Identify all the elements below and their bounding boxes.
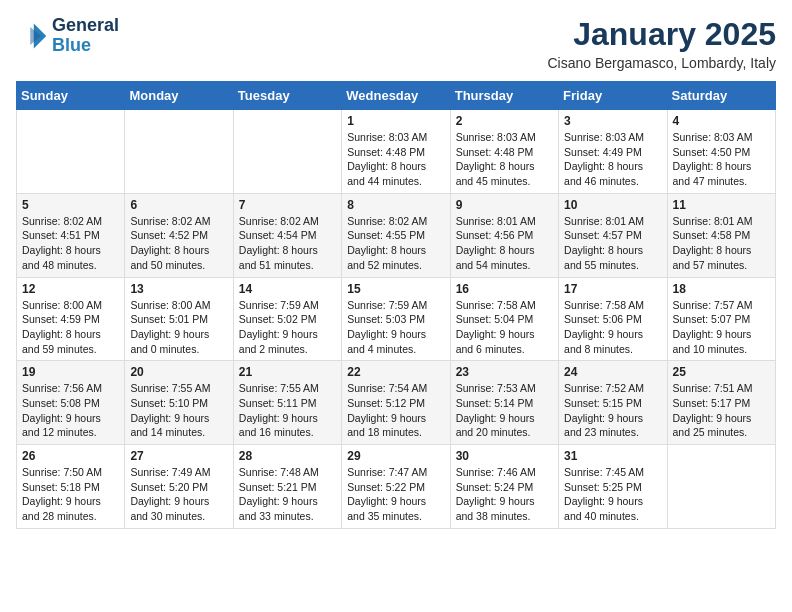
- day-cell: 14Sunrise: 7:59 AM Sunset: 5:02 PM Dayli…: [233, 277, 341, 361]
- day-cell: 9Sunrise: 8:01 AM Sunset: 4:56 PM Daylig…: [450, 193, 558, 277]
- day-number: 23: [456, 365, 553, 379]
- day-number: 29: [347, 449, 444, 463]
- weekday-header-row: SundayMondayTuesdayWednesdayThursdayFrid…: [17, 82, 776, 110]
- day-number: 4: [673, 114, 770, 128]
- day-info: Sunrise: 7:49 AM Sunset: 5:20 PM Dayligh…: [130, 465, 227, 524]
- day-info: Sunrise: 7:52 AM Sunset: 5:15 PM Dayligh…: [564, 381, 661, 440]
- day-cell: 31Sunrise: 7:45 AM Sunset: 5:25 PM Dayli…: [559, 445, 667, 529]
- weekday-header-monday: Monday: [125, 82, 233, 110]
- calendar-table: SundayMondayTuesdayWednesdayThursdayFrid…: [16, 81, 776, 529]
- day-cell: 10Sunrise: 8:01 AM Sunset: 4:57 PM Dayli…: [559, 193, 667, 277]
- day-info: Sunrise: 7:56 AM Sunset: 5:08 PM Dayligh…: [22, 381, 119, 440]
- day-cell: 28Sunrise: 7:48 AM Sunset: 5:21 PM Dayli…: [233, 445, 341, 529]
- day-number: 18: [673, 282, 770, 296]
- day-cell: 1Sunrise: 8:03 AM Sunset: 4:48 PM Daylig…: [342, 110, 450, 194]
- header: General Blue January 2025 Cisano Bergama…: [16, 16, 776, 71]
- week-row-4: 19Sunrise: 7:56 AM Sunset: 5:08 PM Dayli…: [17, 361, 776, 445]
- weekday-header-saturday: Saturday: [667, 82, 775, 110]
- logo-text: General Blue: [52, 16, 119, 56]
- day-number: 25: [673, 365, 770, 379]
- weekday-header-wednesday: Wednesday: [342, 82, 450, 110]
- day-cell: 16Sunrise: 7:58 AM Sunset: 5:04 PM Dayli…: [450, 277, 558, 361]
- day-info: Sunrise: 7:59 AM Sunset: 5:03 PM Dayligh…: [347, 298, 444, 357]
- weekday-header-friday: Friday: [559, 82, 667, 110]
- weekday-header-tuesday: Tuesday: [233, 82, 341, 110]
- day-number: 26: [22, 449, 119, 463]
- calendar-subtitle: Cisano Bergamasco, Lombardy, Italy: [547, 55, 776, 71]
- day-number: 11: [673, 198, 770, 212]
- day-info: Sunrise: 7:58 AM Sunset: 5:04 PM Dayligh…: [456, 298, 553, 357]
- day-number: 1: [347, 114, 444, 128]
- day-cell: 26Sunrise: 7:50 AM Sunset: 5:18 PM Dayli…: [17, 445, 125, 529]
- day-info: Sunrise: 7:55 AM Sunset: 5:11 PM Dayligh…: [239, 381, 336, 440]
- day-number: 16: [456, 282, 553, 296]
- day-cell: 29Sunrise: 7:47 AM Sunset: 5:22 PM Dayli…: [342, 445, 450, 529]
- day-number: 6: [130, 198, 227, 212]
- day-info: Sunrise: 7:45 AM Sunset: 5:25 PM Dayligh…: [564, 465, 661, 524]
- day-number: 5: [22, 198, 119, 212]
- day-number: 7: [239, 198, 336, 212]
- day-cell: 3Sunrise: 8:03 AM Sunset: 4:49 PM Daylig…: [559, 110, 667, 194]
- day-info: Sunrise: 8:01 AM Sunset: 4:58 PM Dayligh…: [673, 214, 770, 273]
- day-number: 2: [456, 114, 553, 128]
- day-number: 21: [239, 365, 336, 379]
- day-cell: 23Sunrise: 7:53 AM Sunset: 5:14 PM Dayli…: [450, 361, 558, 445]
- week-row-1: 1Sunrise: 8:03 AM Sunset: 4:48 PM Daylig…: [17, 110, 776, 194]
- week-row-2: 5Sunrise: 8:02 AM Sunset: 4:51 PM Daylig…: [17, 193, 776, 277]
- day-info: Sunrise: 8:03 AM Sunset: 4:48 PM Dayligh…: [347, 130, 444, 189]
- calendar-body: 1Sunrise: 8:03 AM Sunset: 4:48 PM Daylig…: [17, 110, 776, 529]
- day-cell: 25Sunrise: 7:51 AM Sunset: 5:17 PM Dayli…: [667, 361, 775, 445]
- day-number: 22: [347, 365, 444, 379]
- day-number: 3: [564, 114, 661, 128]
- day-cell: 5Sunrise: 8:02 AM Sunset: 4:51 PM Daylig…: [17, 193, 125, 277]
- day-info: Sunrise: 7:58 AM Sunset: 5:06 PM Dayligh…: [564, 298, 661, 357]
- day-cell: [667, 445, 775, 529]
- day-info: Sunrise: 8:02 AM Sunset: 4:52 PM Dayligh…: [130, 214, 227, 273]
- day-cell: 13Sunrise: 8:00 AM Sunset: 5:01 PM Dayli…: [125, 277, 233, 361]
- calendar-title: January 2025: [547, 16, 776, 53]
- day-number: 19: [22, 365, 119, 379]
- day-number: 10: [564, 198, 661, 212]
- day-cell: 2Sunrise: 8:03 AM Sunset: 4:48 PM Daylig…: [450, 110, 558, 194]
- day-cell: 22Sunrise: 7:54 AM Sunset: 5:12 PM Dayli…: [342, 361, 450, 445]
- day-info: Sunrise: 8:02 AM Sunset: 4:54 PM Dayligh…: [239, 214, 336, 273]
- title-area: January 2025 Cisano Bergamasco, Lombardy…: [547, 16, 776, 71]
- week-row-5: 26Sunrise: 7:50 AM Sunset: 5:18 PM Dayli…: [17, 445, 776, 529]
- day-info: Sunrise: 8:03 AM Sunset: 4:48 PM Dayligh…: [456, 130, 553, 189]
- weekday-header-thursday: Thursday: [450, 82, 558, 110]
- day-cell: 20Sunrise: 7:55 AM Sunset: 5:10 PM Dayli…: [125, 361, 233, 445]
- day-number: 14: [239, 282, 336, 296]
- weekday-header-sunday: Sunday: [17, 82, 125, 110]
- day-cell: 4Sunrise: 8:03 AM Sunset: 4:50 PM Daylig…: [667, 110, 775, 194]
- day-cell: 19Sunrise: 7:56 AM Sunset: 5:08 PM Dayli…: [17, 361, 125, 445]
- day-info: Sunrise: 7:48 AM Sunset: 5:21 PM Dayligh…: [239, 465, 336, 524]
- day-cell: 12Sunrise: 8:00 AM Sunset: 4:59 PM Dayli…: [17, 277, 125, 361]
- day-info: Sunrise: 8:02 AM Sunset: 4:55 PM Dayligh…: [347, 214, 444, 273]
- day-info: Sunrise: 8:03 AM Sunset: 4:49 PM Dayligh…: [564, 130, 661, 189]
- day-info: Sunrise: 7:46 AM Sunset: 5:24 PM Dayligh…: [456, 465, 553, 524]
- day-cell: 27Sunrise: 7:49 AM Sunset: 5:20 PM Dayli…: [125, 445, 233, 529]
- day-number: 27: [130, 449, 227, 463]
- logo: General Blue: [16, 16, 119, 56]
- logo-icon: [16, 20, 48, 52]
- day-info: Sunrise: 8:01 AM Sunset: 4:57 PM Dayligh…: [564, 214, 661, 273]
- day-cell: 24Sunrise: 7:52 AM Sunset: 5:15 PM Dayli…: [559, 361, 667, 445]
- day-number: 8: [347, 198, 444, 212]
- day-number: 17: [564, 282, 661, 296]
- day-info: Sunrise: 8:00 AM Sunset: 4:59 PM Dayligh…: [22, 298, 119, 357]
- day-cell: 18Sunrise: 7:57 AM Sunset: 5:07 PM Dayli…: [667, 277, 775, 361]
- day-info: Sunrise: 7:53 AM Sunset: 5:14 PM Dayligh…: [456, 381, 553, 440]
- week-row-3: 12Sunrise: 8:00 AM Sunset: 4:59 PM Dayli…: [17, 277, 776, 361]
- day-info: Sunrise: 7:47 AM Sunset: 5:22 PM Dayligh…: [347, 465, 444, 524]
- logo-line1: General: [52, 16, 119, 36]
- day-cell: [233, 110, 341, 194]
- day-number: 20: [130, 365, 227, 379]
- day-cell: 15Sunrise: 7:59 AM Sunset: 5:03 PM Dayli…: [342, 277, 450, 361]
- day-cell: 11Sunrise: 8:01 AM Sunset: 4:58 PM Dayli…: [667, 193, 775, 277]
- day-cell: 7Sunrise: 8:02 AM Sunset: 4:54 PM Daylig…: [233, 193, 341, 277]
- day-number: 13: [130, 282, 227, 296]
- day-number: 31: [564, 449, 661, 463]
- day-number: 9: [456, 198, 553, 212]
- day-number: 12: [22, 282, 119, 296]
- day-info: Sunrise: 8:00 AM Sunset: 5:01 PM Dayligh…: [130, 298, 227, 357]
